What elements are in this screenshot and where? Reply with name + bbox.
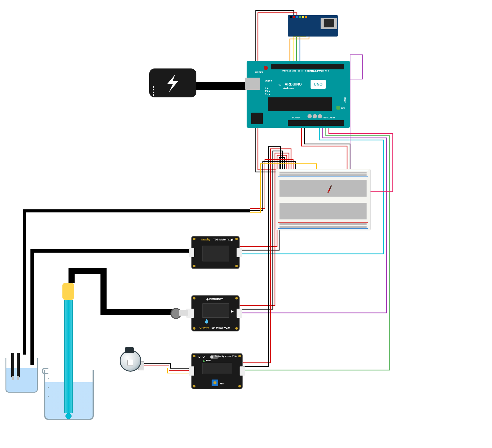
- tds-probe-cable: [30, 249, 195, 365]
- power-analog-header: [288, 120, 344, 126]
- ph-meter-board: ◆ DFROBOT Gravity pH Meter V2.0 ▶ 💧: [191, 295, 240, 331]
- beaker-small: [5, 353, 36, 393]
- bnc-connector: [170, 306, 187, 320]
- ph-probe: [62, 283, 74, 419]
- arduino-logo-text: ARDUINO: [285, 82, 302, 86]
- tds-meter-board: Gravity TDS Meter V1.0 ▶: [191, 236, 240, 269]
- turbidity-board: D→A Turbidity sensor V1.0 MIN PWR: [191, 353, 243, 389]
- tds-probe-jack: [189, 248, 194, 257]
- sd-card-module: [288, 15, 338, 37]
- ph-probe-cap: [62, 283, 74, 300]
- power-jack: [251, 113, 263, 124]
- svg-rect-4: [279, 203, 367, 219]
- reset-button[interactable]: [264, 66, 268, 70]
- ph-probe-cable: [69, 268, 180, 315]
- atmega-chip: [268, 97, 332, 111]
- svg-rect-3: [279, 180, 367, 197]
- wire-turbidity-signal: [241, 127, 390, 370]
- lightning-icon: [149, 68, 196, 97]
- turbidity-probe: [118, 347, 142, 373]
- usb-cable: [195, 82, 247, 90]
- pullup-resistor: [327, 185, 332, 194]
- usb-port: [245, 78, 260, 90]
- tds-signal-jack: [237, 248, 242, 257]
- digital-header: [271, 64, 344, 69]
- uno-badge: UNO: [311, 80, 326, 89]
- on-led: [336, 106, 340, 110]
- svg-rect-7: [279, 180, 367, 197]
- ph-signal-jack: [237, 309, 242, 318]
- temp-probe-cable: [23, 209, 250, 355]
- breadboard: [276, 169, 371, 230]
- potentiometer[interactable]: [212, 380, 218, 386]
- temp-probe-tip: [17, 353, 20, 377]
- power-bank: [149, 68, 196, 97]
- arduino-uno: RESET ∞ ARDUINO Arduino UNO ON ICSP2 ICS…: [247, 61, 350, 128]
